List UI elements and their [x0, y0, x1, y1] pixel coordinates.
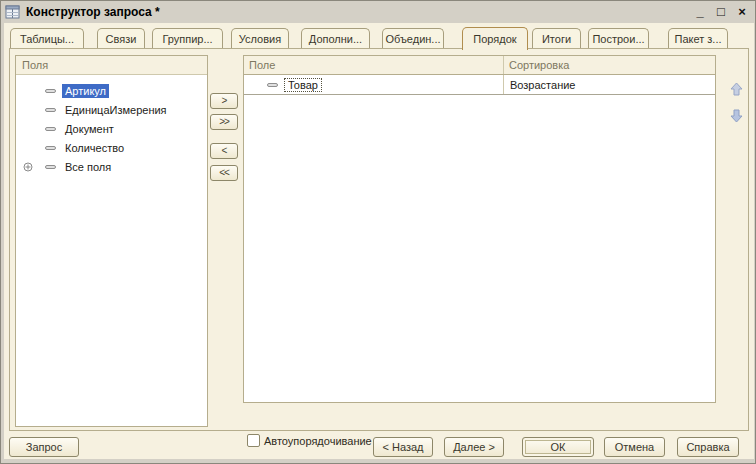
tree-item-all-fields[interactable]: Все поля — [16, 157, 207, 176]
tab-unions[interactable]: Объедин... — [382, 28, 444, 49]
remove-all-fields-button[interactable]: << — [210, 165, 238, 181]
titlebar: Конструктор запроса * _ □ × — [1, 1, 755, 23]
tree-item-artikul[interactable]: Артикул — [16, 81, 207, 100]
tab-totals[interactable]: Итоги — [532, 28, 581, 49]
move-down-button[interactable] — [728, 107, 745, 124]
fields-panel-header: Поля — [16, 56, 207, 75]
minimize-button[interactable]: _ — [693, 2, 707, 22]
autoorder-checkbox-row[interactable]: Автоупорядочивание — [247, 434, 372, 447]
tab-builder[interactable]: Построи... — [588, 28, 649, 49]
tab-additional[interactable]: Дополни... — [301, 28, 370, 49]
expand-plus-icon — [23, 162, 33, 172]
add-field-button[interactable]: > — [210, 93, 238, 109]
fields-panel: Поля Артикул ЕдиницаИзмерения — [15, 55, 208, 427]
field-icon — [45, 108, 56, 112]
field-icon — [45, 89, 56, 93]
order-field-cell: Товар — [244, 75, 503, 94]
query-button[interactable]: Запрос — [9, 437, 79, 457]
expander-slot — [23, 162, 45, 172]
field-icon — [45, 165, 56, 169]
order-tab-page: Поля Артикул ЕдиницаИзмерения — [9, 48, 749, 431]
autoorder-checkbox — [247, 434, 260, 447]
remove-field-button[interactable]: < — [210, 143, 238, 159]
tree-item-edinica[interactable]: ЕдиницаИзмерения — [16, 100, 207, 119]
tree-item-label: Артикул — [62, 84, 109, 98]
window-title: Конструктор запроса * — [26, 5, 160, 19]
maximize-button[interactable]: □ — [714, 2, 728, 22]
tab-tables[interactable]: Таблицы... — [10, 28, 84, 49]
field-icon — [45, 127, 56, 131]
close-button[interactable]: × — [735, 2, 749, 22]
order-table-header: Поле Сортировка — [244, 56, 715, 75]
back-button[interactable]: < Назад — [373, 437, 433, 457]
tab-conditions[interactable]: Условия — [231, 28, 289, 49]
fields-tree: Артикул ЕдиницаИзмерения Документ — [16, 75, 207, 176]
window-controls: _ □ × — [693, 1, 749, 23]
move-up-button[interactable] — [728, 81, 745, 98]
tab-batch[interactable]: Пакет з... — [668, 28, 728, 49]
query-constructor-icon — [5, 5, 21, 20]
arrow-down-icon — [728, 107, 745, 124]
add-all-fields-button[interactable]: >> — [210, 114, 238, 130]
order-sort-cell[interactable]: Возрастание — [503, 75, 715, 94]
tab-order[interactable]: Порядок — [462, 27, 528, 50]
tab-grouping[interactable]: Группир... — [152, 28, 223, 49]
tree-item-label: ЕдиницаИзмерения — [62, 103, 170, 117]
next-button[interactable]: Далее > — [444, 437, 504, 457]
tab-links[interactable]: Связи — [97, 28, 145, 49]
query-constructor-window: Конструктор запроса * _ □ × Таблицы... С… — [0, 0, 756, 464]
tree-item-kolichestvo[interactable]: Количество — [16, 138, 207, 157]
order-field-label: Товар — [284, 78, 322, 92]
ok-button[interactable]: ОК — [522, 437, 594, 457]
cancel-button[interactable]: Отмена — [604, 437, 665, 457]
field-icon — [267, 83, 278, 87]
field-icon — [45, 146, 56, 150]
help-button[interactable]: Справка — [677, 437, 739, 457]
tree-item-dokument[interactable]: Документ — [16, 119, 207, 138]
order-table-row[interactable]: Товар Возрастание — [244, 75, 715, 95]
column-header-sort: Сортировка — [503, 56, 715, 74]
arrow-up-icon — [728, 81, 745, 98]
column-header-field: Поле — [244, 56, 503, 74]
tree-item-label: Количество — [62, 141, 127, 155]
tree-item-label: Все поля — [62, 160, 114, 174]
order-table: Поле Сортировка Товар Возрастание — [243, 55, 716, 403]
autoorder-checkbox-label: Автоупорядочивание — [264, 435, 372, 447]
dialog-body: Таблицы... Связи Группир... Условия Допо… — [4, 23, 754, 459]
tree-item-label: Документ — [62, 122, 117, 136]
